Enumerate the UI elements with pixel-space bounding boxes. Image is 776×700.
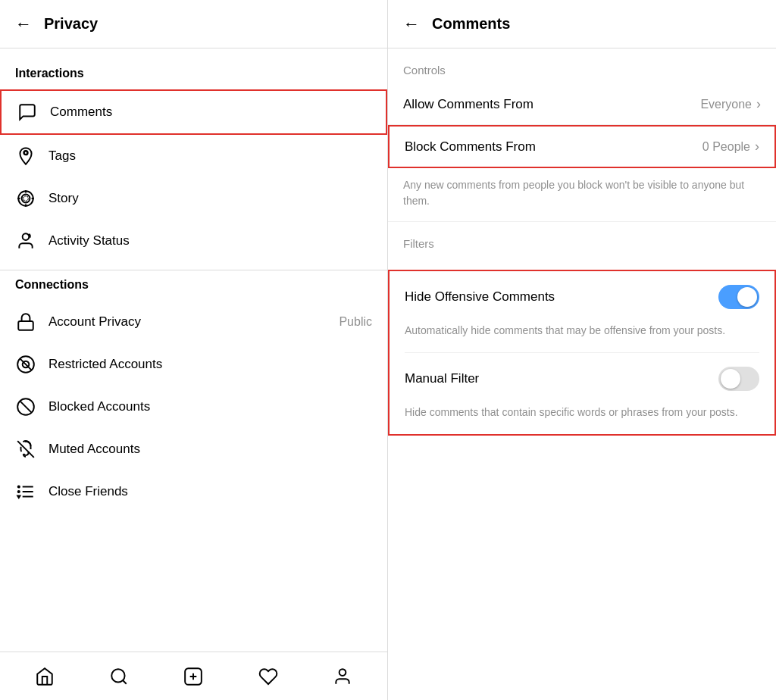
manual-filter-label: Manual Filter	[405, 371, 718, 386]
nav-item-account-privacy[interactable]: Account Privacy Public	[0, 301, 387, 343]
svg-point-22	[112, 669, 125, 682]
comments-label: Comments	[50, 105, 371, 120]
home-nav-button[interactable]	[26, 658, 64, 695]
svg-point-27	[340, 669, 346, 676]
hide-offensive-description: Automatically hide comments that may be …	[390, 323, 774, 352]
right-header: ← Comments	[388, 0, 776, 48]
heart-nav-button[interactable]	[249, 658, 287, 695]
svg-point-2	[18, 191, 33, 206]
svg-point-20	[18, 491, 20, 492]
allow-comments-label: Allow Comments From	[403, 97, 700, 112]
blocked-icon	[15, 396, 36, 417]
right-panel-title: Comments	[432, 15, 510, 33]
muted-accounts-label: Muted Accounts	[48, 442, 372, 457]
lock-icon	[15, 311, 36, 333]
story-icon	[15, 188, 36, 209]
block-comments-row[interactable]: Block Comments From 0 People ›	[388, 125, 776, 168]
manual-filter-description: Hide comments that contain specific word…	[390, 405, 774, 434]
nav-item-muted-accounts[interactable]: Muted Accounts	[0, 428, 387, 470]
allow-comments-row[interactable]: Allow Comments From Everyone ›	[388, 84, 776, 125]
svg-marker-21	[17, 495, 20, 498]
nav-item-tags[interactable]: Tags	[0, 135, 387, 177]
block-comments-value: 0 People	[702, 140, 750, 154]
svg-line-12	[20, 358, 31, 370]
account-privacy-label: Account Privacy	[48, 314, 339, 330]
block-description: Any new comments from people you block w…	[388, 168, 776, 222]
right-content: Controls Allow Comments From Everyone › …	[388, 48, 776, 700]
activity-icon	[15, 230, 36, 252]
hide-offensive-label: Hide Offensive Comments	[405, 289, 718, 305]
story-label: Story	[48, 191, 372, 206]
search-nav-button[interactable]	[100, 658, 138, 695]
nav-item-activity-status[interactable]: Activity Status	[0, 220, 387, 262]
manual-filter-thumb	[721, 369, 740, 389]
svg-line-23	[123, 680, 127, 684]
svg-point-8	[23, 196, 29, 202]
activity-status-label: Activity Status	[48, 233, 372, 248]
block-comments-chevron: ›	[755, 139, 759, 155]
account-privacy-value: Public	[339, 315, 372, 329]
left-back-button[interactable]: ←	[15, 14, 32, 34]
svg-point-9	[23, 233, 30, 240]
restricted-accounts-label: Restricted Accounts	[48, 357, 372, 372]
left-header: ← Privacy	[0, 0, 387, 48]
block-comments-label: Block Comments From	[405, 139, 702, 155]
allow-comments-chevron: ›	[756, 96, 761, 112]
add-nav-button[interactable]	[174, 658, 212, 695]
svg-line-14	[20, 401, 31, 412]
nav-item-restricted-accounts[interactable]: Restricted Accounts	[0, 343, 387, 386]
right-back-button[interactable]: ←	[403, 14, 420, 34]
blocked-accounts-label: Blocked Accounts	[48, 399, 372, 414]
restricted-icon	[15, 354, 36, 375]
interactions-label: Interactions	[0, 67, 387, 80]
nav-item-close-friends[interactable]: Close Friends	[0, 470, 387, 513]
tag-icon	[15, 145, 36, 167]
controls-label: Controls	[388, 48, 776, 84]
nav-item-blocked-accounts[interactable]: Blocked Accounts	[0, 386, 387, 428]
left-panel: ← Privacy Interactions Comments Tags	[0, 0, 388, 700]
nav-item-comments[interactable]: Comments	[0, 89, 387, 135]
filters-label: Filters	[388, 222, 776, 258]
left-panel-title: Privacy	[44, 15, 98, 33]
svg-point-19	[18, 486, 20, 487]
hide-offensive-thumb	[737, 287, 757, 307]
bottom-nav	[0, 652, 387, 700]
hide-offensive-row[interactable]: Hide Offensive Comments	[390, 271, 774, 323]
svg-point-1	[23, 151, 27, 155]
nav-item-story[interactable]: Story	[0, 177, 387, 220]
hide-offensive-toggle[interactable]	[718, 285, 759, 309]
divider-1	[0, 270, 387, 270]
filters-section: Hide Offensive Comments Automatically hi…	[388, 270, 776, 436]
svg-rect-10	[18, 321, 33, 330]
allow-comments-value: Everyone	[700, 98, 752, 111]
tags-label: Tags	[48, 148, 372, 164]
right-panel: ← Comments Controls Allow Comments From …	[388, 0, 776, 700]
connections-label: Connections	[0, 278, 387, 292]
manual-filter-toggle[interactable]	[718, 367, 759, 391]
comment-icon	[17, 102, 38, 123]
profile-nav-button[interactable]	[324, 658, 361, 695]
left-panel-content: Interactions Comments Tags	[0, 48, 387, 652]
close-friends-label: Close Friends	[48, 484, 372, 499]
manual-filter-row[interactable]: Manual Filter	[390, 353, 774, 405]
muted-icon	[15, 439, 36, 460]
close-friends-icon	[15, 481, 36, 502]
